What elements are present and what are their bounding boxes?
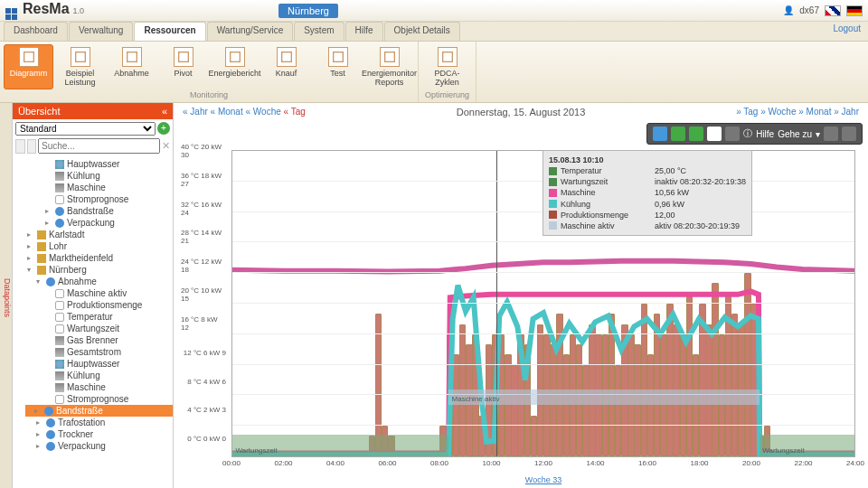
tree-marktheidenfeld[interactable]: Marktheidenfeld <box>27 252 173 264</box>
nav-prev-3[interactable]: « Tag <box>284 107 306 117</box>
flag-de-icon[interactable] <box>846 5 863 16</box>
tree-maschine[interactable]: Maschine <box>27 381 173 393</box>
tree-lohr[interactable]: Lohr <box>27 240 173 252</box>
tree-bandstra-e[interactable]: Bandstraße <box>25 405 173 417</box>
tree-k-hlung[interactable]: Kühlung <box>27 370 173 381</box>
ribbon-abnahme[interactable]: Abnahme <box>107 44 156 89</box>
tree-trafostation[interactable]: Trafostation <box>27 417 173 428</box>
nav-next-0[interactable]: » Tag <box>736 107 758 117</box>
tree-collapse-button[interactable] <box>27 139 37 154</box>
tree-n-rnberg[interactable]: Nürnberg <box>27 264 173 276</box>
tab-verwaltung[interactable]: Verwaltung <box>69 22 133 41</box>
app-version: 1.0 <box>73 6 85 15</box>
chart-toolbar: ⓘ Hilfe Gehe zu ▾ <box>646 123 863 145</box>
beispiel-icon <box>71 47 90 67</box>
ribbon-knauf[interactable]: Knauf <box>261 44 311 89</box>
tree-verpackung[interactable]: Verpackung <box>27 440 173 452</box>
tool-excel-icon[interactable] <box>689 127 703 141</box>
svg-rect-3 <box>178 52 188 62</box>
abnahme-icon <box>122 47 142 67</box>
chart-tooltip: 15.08.13 10:10Temperatur25,00 °CWartungs… <box>542 150 752 236</box>
bl-icon <box>46 418 55 427</box>
tab-dashboard[interactable]: Dashboard <box>4 22 68 41</box>
home-icon <box>37 254 46 263</box>
tab-wartung-service[interactable]: Wartung/Service <box>207 22 294 41</box>
tree-bandstra-e[interactable]: Bandstraße <box>27 205 173 217</box>
app-header: ResMa 1.0 Nürnberg 👤 dx67 <box>0 0 868 22</box>
energiemonitor-icon <box>380 47 400 67</box>
th-icon <box>55 289 64 298</box>
th-icon <box>55 195 64 204</box>
ribbon-energiemonitor[interactable]: Energiemonitor Reports <box>364 44 414 89</box>
home-icon <box>37 230 46 239</box>
app-name: ResMa <box>23 1 70 17</box>
logout-link[interactable]: Logout <box>833 23 861 33</box>
view-dropdown[interactable]: Standard <box>15 122 156 136</box>
svg-rect-2 <box>127 52 137 62</box>
tab-system[interactable]: System <box>294 22 344 41</box>
tree-gas-brenner[interactable]: Gas Brenner <box>27 334 173 346</box>
pivot-icon <box>174 47 193 67</box>
tool-print-icon[interactable] <box>707 127 722 141</box>
add-view-button[interactable]: + <box>157 122 170 135</box>
location-badge[interactable]: Nürnberg <box>278 4 338 18</box>
tree-hauptwasser[interactable]: Hauptwasser <box>27 158 173 170</box>
tab-ressourcen[interactable]: Ressourcen <box>134 22 205 41</box>
ribbon-energiebericht[interactable]: Energiebericht <box>210 44 259 89</box>
svg-rect-8 <box>442 52 452 62</box>
side-tab[interactable]: Datapoints <box>0 103 13 488</box>
nav-next-1[interactable]: » Woche <box>760 107 796 117</box>
th-icon <box>55 324 64 333</box>
tree-expand-button[interactable] <box>15 139 25 154</box>
help-link[interactable]: Hilfe <box>756 129 774 139</box>
search-clear-icon[interactable]: ✕ <box>162 140 170 152</box>
tree-k-hlung[interactable]: Kühlung <box>27 170 173 182</box>
tab-hilfe[interactable]: Hilfe <box>345 22 383 41</box>
tool-5-icon[interactable] <box>842 127 856 141</box>
week-link[interactable]: Woche 33 <box>525 475 561 484</box>
ribbon-beispiel[interactable]: Beispiel Leistung <box>55 44 105 89</box>
ribbon: DiagrammBeispiel LeistungAbnahmePivotEne… <box>0 42 868 103</box>
tree-stromprognose[interactable]: Stromprognose <box>27 193 173 205</box>
tree-hauptwasser[interactable]: Hauptwasser <box>27 358 173 370</box>
tree-stromprognose[interactable]: Stromprognose <box>27 393 173 405</box>
tree-temperatur[interactable]: Temperatur <box>27 311 173 323</box>
help-icon[interactable]: ⓘ <box>743 127 752 140</box>
svg-rect-1 <box>75 52 85 62</box>
th-icon <box>55 313 64 322</box>
tree-maschine[interactable]: Maschine <box>27 182 173 193</box>
tree-wartungszeit[interactable]: Wartungszeit <box>27 323 173 334</box>
tree-verpackung[interactable]: Verpackung <box>27 217 173 229</box>
tree-produktionsmenge[interactable]: Produktionsmenge <box>27 299 173 311</box>
nav-next-3[interactable]: » Jahr <box>834 107 859 117</box>
tree-karlstadt[interactable]: Karlstadt <box>27 229 173 240</box>
knauf-icon <box>277 47 297 67</box>
search-input[interactable] <box>38 138 160 154</box>
tab-objekt-details[interactable]: Objekt Details <box>384 22 460 41</box>
nav-prev-2[interactable]: « Woche <box>246 107 281 117</box>
svg-rect-6 <box>333 52 343 62</box>
tree-abnahme[interactable]: Abnahme <box>27 276 173 287</box>
nav-next-2[interactable]: » Monat <box>798 107 831 117</box>
tool-export-icon[interactable] <box>653 127 667 141</box>
ribbon-test[interactable]: Test <box>313 44 363 89</box>
nav-prev-1[interactable]: « Monat <box>211 107 243 117</box>
nav-prev-0[interactable]: « Jahr <box>183 107 208 117</box>
svg-rect-4 <box>230 52 240 62</box>
tree-maschine-aktiv[interactable]: Maschine aktiv <box>27 287 173 299</box>
flag-uk-icon[interactable] <box>825 5 841 16</box>
chart[interactable]: 0 °C 0 kW 04 °C 2 kW 38 °C 4 kW 612 °C 6… <box>181 145 861 484</box>
collapse-icon[interactable]: « <box>162 106 167 117</box>
time-nav: « Jahr « Monat « Woche « Tag Donnerstag,… <box>174 103 868 121</box>
sidebar-header: Übersicht « <box>13 103 173 119</box>
tool-4-icon[interactable] <box>824 127 838 141</box>
ribbon-pdca[interactable]: PDCA-Zyklen <box>422 44 472 89</box>
tree-trockner[interactable]: Trockner <box>27 428 173 440</box>
ribbon-diagramm[interactable]: Diagramm <box>4 44 53 89</box>
ribbon-pivot[interactable]: Pivot <box>158 44 208 89</box>
tool-refresh-icon[interactable] <box>671 127 685 141</box>
goto-dropdown-icon[interactable]: ▾ <box>816 129 820 139</box>
tool-settings-icon[interactable] <box>725 127 740 141</box>
wr-icon <box>55 348 64 357</box>
tree-gesamtstrom[interactable]: Gesamtstrom <box>27 346 173 358</box>
